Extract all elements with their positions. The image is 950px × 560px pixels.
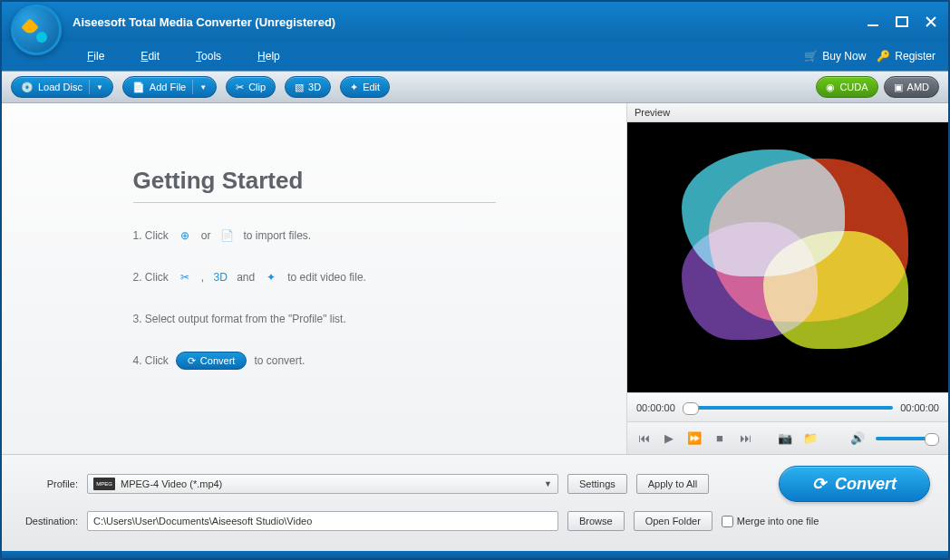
mini-convert-button: ⟳ Convert — [176, 352, 247, 370]
app-logo — [11, 5, 62, 55]
load-disc-button[interactable]: 💿 Load Disc ▼ — [11, 76, 113, 98]
time-start: 00:00:00 — [636, 402, 675, 413]
menu-tools[interactable]: Tools — [187, 46, 230, 66]
register-link[interactable]: 🔑 Register — [877, 50, 935, 63]
toolbar: 💿 Load Disc ▼ 📄 Add File ▼ ✂ Clip ▧ 3D ✦… — [2, 71, 948, 103]
amd-button[interactable]: ▣ AMD — [884, 76, 939, 98]
merge-checkbox[interactable]: Merge into one file — [722, 516, 819, 527]
file-plus-icon: 📄 — [218, 227, 237, 245]
time-end: 00:00:00 — [900, 402, 939, 413]
browse-button[interactable]: Browse — [567, 511, 625, 531]
step-4: 4. Click ⟳ Convert to convert. — [133, 352, 496, 370]
chevron-down-icon: ▼ — [199, 83, 207, 92]
clip-button[interactable]: ✂ Clip — [226, 76, 276, 98]
refresh-icon: ⟳ — [188, 352, 196, 370]
footer-strip — [2, 551, 948, 558]
step-1: 1. Click ⊕ or 📄 to import files. — [133, 227, 496, 245]
sparkle-icon: ✦ — [350, 82, 358, 93]
scissors-icon: ✂ — [236, 82, 244, 93]
getting-started-panel: Getting Started 1. Click ⊕ or 📄 to impor… — [2, 103, 626, 454]
minimize-icon[interactable] — [865, 14, 881, 30]
step-3: 3. Select output format from the "Profil… — [133, 310, 496, 328]
bottom-panel: Profile: MPEG MPEG-4 Video (*.mp4) ▼ Set… — [2, 454, 948, 551]
chevron-down-icon: ▼ — [96, 83, 103, 92]
three-d-icon: 3D — [211, 268, 229, 286]
svg-rect-1 — [897, 17, 907, 26]
profile-select[interactable]: MPEG MPEG-4 Video (*.mp4) ▼ — [87, 474, 558, 494]
time-bar: 00:00:00 00:00:00 — [627, 392, 948, 421]
disc-plus-icon: ⊕ — [176, 227, 194, 245]
destination-input[interactable]: C:\Users\User\Documents\Aiseesoft Studio… — [87, 511, 558, 531]
menu-help[interactable]: Help — [248, 46, 289, 66]
disc-icon: 💿 — [21, 82, 34, 93]
play-icon[interactable]: ▶ — [662, 431, 676, 446]
apply-all-button[interactable]: Apply to All — [636, 474, 709, 494]
window-title: Aiseesoft Total Media Converter (Unregis… — [73, 15, 865, 29]
convert-button[interactable]: ⟳ Convert — [779, 466, 930, 502]
chevron-down-icon: ▼ — [544, 479, 552, 488]
add-file-button[interactable]: 📄 Add File ▼ — [122, 76, 217, 98]
preview-panel: Preview 00:00:00 00:00:00 ⏮ ▶ ⏩ ■ ⏭ — [626, 103, 948, 454]
preview-canvas — [627, 122, 948, 392]
edit-button[interactable]: ✦ Edit — [340, 76, 390, 98]
menubar: File Edit Tools Help 🛒 Buy Now 🔑 Registe… — [2, 42, 948, 71]
prev-icon[interactable]: ⏮ — [636, 431, 651, 446]
buy-now-link[interactable]: 🛒 Buy Now — [804, 50, 866, 63]
mpeg-icon: MPEG — [93, 478, 115, 490]
divider — [133, 202, 496, 203]
titlebar: Aiseesoft Total Media Converter (Unregis… — [2, 2, 948, 42]
settings-button[interactable]: Settings — [567, 474, 627, 494]
snapshot-icon[interactable]: 📷 — [778, 431, 792, 446]
refresh-icon: ⟳ — [812, 474, 826, 494]
getting-started-title: Getting Started — [133, 167, 496, 195]
three-d-icon: ▧ — [295, 82, 304, 93]
next-icon[interactable]: ⏭ — [738, 431, 752, 446]
three-d-button[interactable]: ▧ 3D — [285, 76, 331, 98]
volume-slider[interactable] — [876, 437, 939, 440]
add-file-icon: 📄 — [132, 82, 145, 93]
menu-file[interactable]: File — [78, 46, 113, 66]
cuda-button[interactable]: ◉ CUDA — [816, 76, 877, 98]
profile-label: Profile: — [20, 478, 78, 489]
nvidia-icon: ◉ — [826, 82, 835, 93]
amd-icon: ▣ — [894, 82, 903, 93]
cart-icon: 🛒 — [804, 50, 818, 63]
volume-icon[interactable]: 🔊 — [850, 431, 865, 446]
svg-rect-0 — [868, 24, 878, 26]
close-icon[interactable] — [923, 14, 939, 30]
folder-icon[interactable]: 📁 — [803, 431, 818, 446]
open-folder-button[interactable]: Open Folder — [634, 511, 712, 531]
preview-label: Preview — [627, 103, 948, 122]
sparkle-icon: ✦ — [262, 268, 280, 286]
step-2: 2. Click ✂ , 3D and ✦ to edit video file… — [133, 268, 496, 286]
forward-icon[interactable]: ⏩ — [687, 431, 702, 446]
seek-slider[interactable] — [683, 406, 893, 410]
menu-edit[interactable]: Edit — [131, 46, 169, 66]
key-icon: 🔑 — [877, 50, 890, 63]
stop-icon[interactable]: ■ — [712, 431, 727, 446]
scissors-icon: ✂ — [176, 268, 194, 286]
player-controls: ⏮ ▶ ⏩ ■ ⏭ 📷 📁 🔊 — [627, 421, 948, 454]
destination-label: Destination: — [20, 516, 78, 526]
maximize-icon[interactable] — [894, 14, 910, 30]
